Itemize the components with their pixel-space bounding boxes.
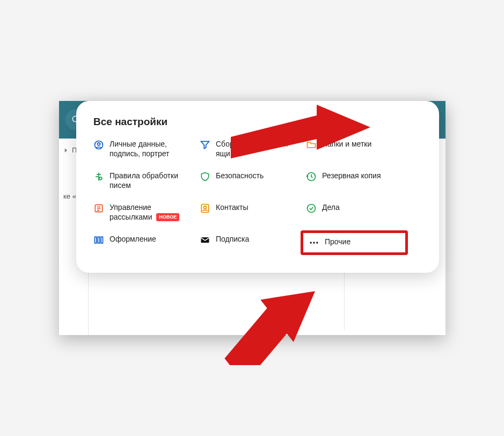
settings-subscription-label: Подписка (216, 235, 249, 244)
history-icon (306, 171, 317, 182)
design-icon (93, 235, 104, 245)
svg-marker-22 (210, 274, 322, 365)
chevron-right-icon (62, 147, 70, 154)
svg-rect-15 (98, 237, 99, 243)
settings-personal-label: Личные данные, подпись, портрет (109, 140, 195, 158)
settings-security[interactable]: Безопасность (200, 171, 302, 190)
svg-rect-14 (95, 237, 97, 243)
settings-security-label: Безопасность (216, 171, 264, 181)
settings-todo-label: Дела (322, 203, 340, 213)
settings-other[interactable]: Прочие (301, 230, 408, 255)
settings-contacts[interactable]: Контакты (200, 203, 302, 222)
new-badge: НОВОЕ (156, 213, 179, 221)
settings-backup[interactable]: Резервная копия (306, 171, 403, 190)
arrow-to-other (209, 274, 322, 365)
svg-point-18 (310, 242, 312, 243)
settings-other-label: Прочие (325, 237, 350, 247)
svg-point-13 (308, 205, 316, 213)
settings-todo[interactable]: Дела (306, 203, 403, 222)
check-circle-icon (306, 203, 317, 214)
envelope-icon (200, 235, 210, 245)
svg-marker-21 (231, 105, 370, 158)
settings-design[interactable]: Оформление (93, 235, 195, 251)
settings-newsletters-label: Управление рассылками (109, 203, 152, 221)
user-icon (93, 140, 104, 150)
settings-newsletters[interactable]: Управление рассылками НОВОЕ (93, 203, 195, 222)
svg-rect-16 (101, 237, 103, 243)
settings-backup-label: Резервная копия (322, 171, 381, 181)
settings-filters[interactable]: Правила обработки писем (93, 171, 195, 190)
svg-point-19 (313, 242, 315, 243)
settings-subscription[interactable]: Подписка (200, 235, 302, 251)
svg-point-20 (316, 242, 318, 243)
funnel-icon (200, 140, 210, 150)
settings-contacts-label: Контакты (216, 203, 248, 213)
settings-filters-label: Правила обработки писем (109, 171, 195, 190)
svg-point-12 (204, 206, 207, 209)
dots-icon (309, 237, 319, 248)
settings-design-label: Оформление (109, 235, 156, 244)
contacts-icon (200, 203, 210, 214)
rules-icon (93, 171, 104, 182)
settings-personal[interactable]: Личные данные, подпись, портрет (93, 140, 195, 158)
shield-icon (200, 171, 210, 182)
arrow-to-gear (231, 105, 370, 158)
newsletters-icon (93, 203, 104, 214)
svg-point-5 (98, 143, 100, 146)
svg-point-6 (99, 177, 102, 180)
